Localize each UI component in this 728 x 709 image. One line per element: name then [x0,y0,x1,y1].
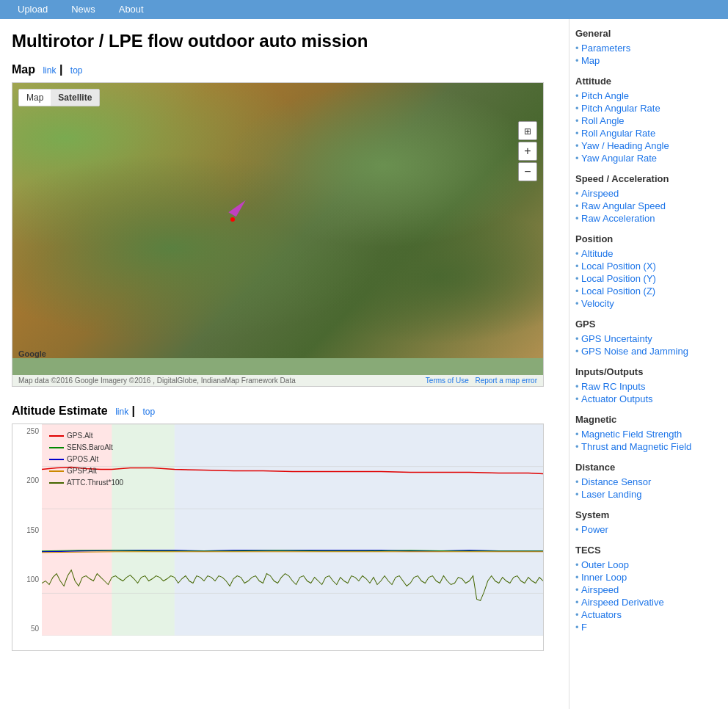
sidebar-item-pitch-angle: Pitch Angle [575,90,717,102]
map-section-title: Map link | top [12,63,557,76]
map-dot [230,217,235,222]
map-links: Terms of Use Report a map error [421,377,537,385]
sidebar-item-airspeed: Airspeed [575,187,717,200]
svg-rect-2 [175,424,543,636]
attribution-text: Map data ©2016 Google Imagery ©2016 , Di… [18,377,296,385]
legend-gpsp: GPSP.Alt [49,465,123,477]
legend-color-gpos [49,459,64,460]
legend-color-gps [49,435,64,437]
legend-gps-alt: GPS.Alt [49,430,123,442]
zoom-out-btn[interactable]: − [518,162,537,181]
map-attribution: Map data ©2016 Google Imagery ©2016 , Di… [12,375,543,386]
nav-about[interactable]: About [107,0,156,19]
map-background [12,83,543,358]
page-title: Multirotor / LPE flow outdoor auto missi… [12,31,557,51]
sidebar-section-tecs: TECS [575,545,717,556]
legend-gpos: GPOS.Alt [49,454,123,465]
map-type-controls: Map Satellite [18,89,100,106]
sidebar-item-map: Map [575,54,717,67]
y-label-250: 250 [26,427,39,435]
sidebar-item-raw-acceleration: Raw Acceleration [575,212,717,225]
sidebar-list-distance: Distance Sensor Laser Landing [575,476,717,501]
google-logo: Google [18,349,46,358]
altitude-link[interactable]: link [115,407,128,417]
sidebar: General Parameters Map Attitude Pitch An… [569,19,723,709]
altitude-section: Altitude Estimate link | top 250 200 150… [12,404,557,651]
sidebar-section-system: System [575,509,717,520]
sidebar-section-speed: Speed / Acceleration [575,173,717,184]
sidebar-item-f: F [575,621,717,633]
sidebar-item-local-pos-y: Local Position (Y) [575,272,717,285]
sidebar-item-laser-landing: Laser Landing [575,488,717,501]
sidebar-item-altitude: Altitude [575,247,717,260]
sidebar-item-local-pos-x: Local Position (X) [575,260,717,272]
sidebar-item-gps-uncertainty: GPS Uncertainty [575,332,717,345]
legend-color-thrust [49,482,64,484]
altitude-top[interactable]: top [143,407,156,417]
sidebar-list-general: Parameters Map [575,42,717,67]
legend-label-gpos: GPOS.Alt [67,454,98,465]
sidebar-item-tecs-airspeed: Airspeed [575,583,717,596]
sidebar-item-magnetic-field: Magnetic Field Strength [575,428,717,440]
zoom-controls: + − [518,142,537,181]
sidebar-item-power: Power [575,523,717,536]
sidebar-section-distance: Distance [575,462,717,473]
legend-color-baro [49,447,64,448]
report-link[interactable]: Report a map error [476,377,537,385]
sidebar-section-attitude: Attitude [575,76,717,87]
sidebar-list-attitude: Pitch Angle Pitch Angular Rate Roll Angl… [575,90,717,164]
sidebar-section-gps: GPS [575,319,717,330]
sidebar-item-raw-angular-speed: Raw Angular Speed [575,200,717,212]
sidebar-item-yaw-heading: Yaw / Heading Angle [575,139,717,152]
legend-label-gps: GPS.Alt [67,430,93,442]
sidebar-list-system: Power [575,523,717,536]
sidebar-list-speed: Airspeed Raw Angular Speed Raw Accelerat… [575,187,717,225]
chart-container: 250 200 150 100 50 [12,423,544,651]
legend-label-thrust: ATTC.Thrust*100 [67,477,123,489]
y-label-50: 50 [31,625,39,633]
sidebar-item-raw-rc: Raw RC Inputs [575,380,717,393]
sidebar-item-distance-sensor: Distance Sensor [575,476,717,488]
nav-upload[interactable]: Upload [6,0,59,19]
terms-link[interactable]: Terms of Use [426,377,469,385]
sidebar-section-magnetic: Magnetic [575,414,717,425]
sidebar-list-position: Altitude Local Position (X) Local Positi… [575,247,717,310]
sidebar-section-position: Position [575,233,717,244]
legend-thrust: ATTC.Thrust*100 [49,477,123,489]
sidebar-item-thrust-magnetic: Thrust and Magnetic Field [575,440,717,453]
sidebar-item-roll-angular-rate: Roll Angular Rate [575,127,717,139]
sidebar-item-gps-noise: GPS Noise and Jamming [575,345,717,357]
chart-legend: GPS.Alt SENS.BaroAlt GPOS.Alt GPSP.Alt [49,430,123,489]
y-label-200: 200 [26,476,39,484]
zoom-in-btn[interactable]: + [518,142,537,161]
legend-label-baro: SENS.BaroAlt [67,442,113,454]
map-link[interactable]: link [43,65,56,76]
sidebar-item-pitch-angular-rate: Pitch Angular Rate [575,102,717,114]
sidebar-item-roll-angle: Roll Angle [575,114,717,127]
sidebar-item-actuators: Actuators [575,608,717,621]
sidebar-list-io: Raw RC Inputs Actuator Outputs [575,380,717,405]
layout: Multirotor / LPE flow outdoor auto missi… [0,19,728,709]
map-grid-btn[interactable]: ⊞ [518,121,537,140]
legend-label-gpsp: GPSP.Alt [67,465,97,477]
map-btn[interactable]: Map [19,90,51,106]
sidebar-item-velocity: Velocity [575,297,717,310]
sidebar-item-yaw-angular-rate: Yaw Angular Rate [575,152,717,164]
legend-color-gpsp [49,470,64,472]
sidebar-list-magnetic: Magnetic Field Strength Thrust and Magne… [575,428,717,453]
y-label-100: 100 [26,575,39,583]
main-content: Multirotor / LPE flow outdoor auto missi… [0,19,569,709]
map-container: Map Satellite ⊞ + − Google [12,82,544,387]
sidebar-section-io: Inputs/Outputs [575,366,717,377]
y-label-150: 150 [26,526,39,534]
sidebar-item-parameters: Parameters [575,42,717,54]
map-top[interactable]: top [70,65,83,76]
legend-baro: SENS.BaroAlt [49,442,123,454]
sidebar-item-inner-loop: Inner Loop [575,571,717,583]
altitude-section-title: Altitude Estimate link | top [12,404,557,418]
sidebar-item-local-pos-z: Local Position (Z) [575,285,717,297]
satellite-btn[interactable]: Satellite [51,90,99,106]
navbar: Upload News About [0,0,728,19]
map-marker [233,197,241,216]
nav-news[interactable]: News [59,0,107,19]
